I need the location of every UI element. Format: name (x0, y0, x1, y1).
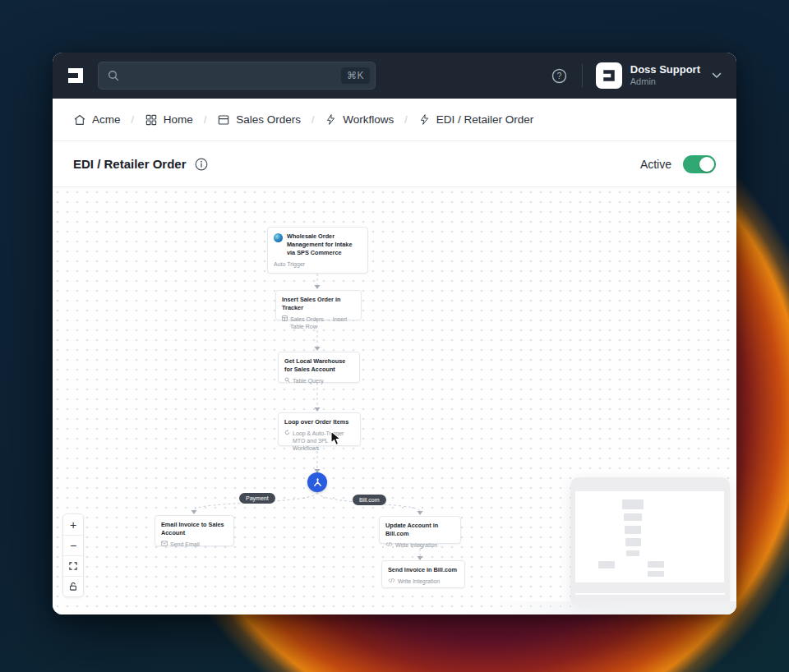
help-icon: ? (551, 68, 567, 84)
breadcrumb: Acme / Home / Sales Orders (53, 99, 736, 141)
workflow-node-insert-sales-order[interactable]: Insert Sales Order in Tracker Sales Orde… (275, 290, 362, 320)
home-icon (73, 113, 86, 127)
code-icon (388, 578, 395, 583)
breadcrumb-separator: / (311, 114, 314, 126)
help-button[interactable]: ? (549, 65, 570, 86)
svg-text:?: ? (557, 71, 562, 81)
minimap-node-block (622, 499, 644, 509)
node-subtitle: Auto Trigger (274, 260, 362, 268)
minimap-node-block (648, 571, 664, 577)
breadcrumb-item-acme[interactable]: Acme (73, 113, 121, 127)
node-subtitle: Table Query (293, 377, 324, 384)
breadcrumb-separator: / (132, 114, 134, 126)
minimap-node-block (624, 513, 642, 521)
user-block[interactable]: Doss Support Admin (630, 63, 700, 88)
node-title: Insert Sales Order in Tracker (282, 296, 355, 312)
search-shortcut-badge: ⌘K (341, 67, 370, 84)
search-input[interactable] (120, 70, 341, 82)
table-icon (217, 113, 230, 127)
breadcrumb-separator: / (204, 114, 206, 126)
minimap-node-block (648, 561, 664, 568)
workflow-node-trigger[interactable]: Wholesale Order Management for Intake vi… (267, 227, 368, 274)
title-bar: EDI / Retailer Order Active (53, 141, 736, 187)
user-name: Doss Support (630, 63, 700, 76)
code-icon (385, 541, 393, 547)
branch-split-node[interactable] (307, 472, 327, 492)
node-title: Update Account in Bill.com (385, 522, 454, 538)
workflow-node-loop-items[interactable]: Loop over Order Items Loop & Auto-Trigge… (278, 412, 361, 446)
breadcrumb-item-edi-retailer-order[interactable]: EDI / Retailer Order (418, 113, 534, 126)
node-title: Loop over Order Items (284, 418, 354, 426)
doss-logo-icon (66, 66, 85, 85)
minimap-scroll-line (575, 593, 725, 595)
fit-view-button[interactable] (63, 555, 83, 576)
breadcrumb-item-home[interactable]: Home (145, 113, 193, 127)
chevron-down-icon[interactable] (712, 72, 722, 79)
loop-icon (284, 430, 290, 435)
active-toggle[interactable] (683, 155, 716, 173)
canvas-controls: + − (62, 513, 84, 597)
sps-commerce-icon (274, 233, 283, 242)
node-subtitle: Send Email (170, 541, 200, 548)
breadcrumb-label: Sales Orders (236, 113, 301, 126)
breadcrumb-separator: / (404, 114, 407, 126)
canvas-bottom-shade (490, 601, 736, 614)
minimap-node-block (625, 538, 641, 546)
breadcrumb-label: EDI / Retailer Order (436, 113, 534, 126)
workflow-canvas[interactable]: Wholesale Order Management for Intake vi… (53, 187, 736, 614)
breadcrumb-label: Workflows (343, 113, 394, 126)
node-subtitle: Write Integration (395, 541, 437, 549)
avatar[interactable] (596, 62, 622, 89)
topbar: ⌘K ? Doss Support Admin (53, 53, 736, 99)
search-icon (107, 69, 120, 82)
topbar-divider (582, 64, 583, 87)
desktop-wallpaper: ⌘K ? Doss Support Admin (0, 0, 789, 672)
workflow-node-update-account[interactable]: Update Account in Bill.com Write Integra… (379, 516, 461, 544)
app-window: ⌘K ? Doss Support Admin (53, 53, 736, 614)
node-title: Email Invoice to Sales Account (161, 521, 228, 537)
zoom-out-button[interactable]: − (63, 535, 83, 555)
node-subtitle: Sales Orders → Insert Table Row (290, 315, 355, 330)
minimap-node-block (625, 526, 641, 534)
branch-label-payment[interactable]: Payment (239, 493, 275, 504)
lock-button[interactable] (63, 576, 83, 596)
lock-open-icon (68, 582, 78, 591)
workflow-node-email-invoice[interactable]: Email Invoice to Sales Account Send Emai… (155, 515, 234, 546)
info-button[interactable] (195, 158, 208, 171)
mail-icon (161, 541, 168, 546)
info-icon (195, 158, 208, 171)
node-subtitle: Loop & Auto-Trigger MTO and 3PL Workflow… (293, 430, 354, 452)
zoom-in-button[interactable]: + (63, 514, 83, 535)
status-label: Active (640, 158, 671, 171)
node-subtitle: Write Integration (398, 578, 440, 585)
workflow-node-get-warehouse[interactable]: Get Local Warehouse for Sales Account Ta… (278, 352, 360, 383)
breadcrumb-label: Acme (92, 113, 121, 126)
fit-view-icon (68, 561, 78, 571)
branch-label-billcom[interactable]: Bill.com (353, 495, 386, 505)
table-icon (282, 315, 288, 321)
minimap-panel[interactable] (570, 477, 730, 606)
breadcrumb-item-sales-orders[interactable]: Sales Orders (217, 113, 301, 127)
node-title: Wholesale Order Management for Intake vi… (287, 232, 362, 257)
breadcrumb-label: Home (164, 113, 193, 126)
breadcrumb-item-workflows[interactable]: Workflows (325, 113, 394, 126)
minimap-viewport (575, 491, 724, 582)
user-role: Admin (630, 76, 700, 88)
toggle-knob (699, 157, 714, 172)
search-bar[interactable]: ⌘K (98, 62, 376, 90)
branch-icon (312, 477, 323, 488)
bolt-icon (325, 113, 337, 126)
node-title: Send Invoice in Bill.com (388, 566, 459, 574)
bolt-icon (418, 113, 431, 126)
query-icon (284, 377, 290, 383)
node-title: Get Local Warehouse for Sales Account (284, 357, 353, 374)
minimap-node-block (626, 550, 639, 556)
workflow-node-send-invoice[interactable]: Send Invoice in Bill.com Write Integrati… (381, 560, 465, 588)
doss-avatar-logo-icon (602, 68, 616, 83)
grid-icon (145, 113, 158, 127)
minimap-node-block (598, 561, 615, 568)
page-title: EDI / Retailer Order (73, 157, 187, 171)
